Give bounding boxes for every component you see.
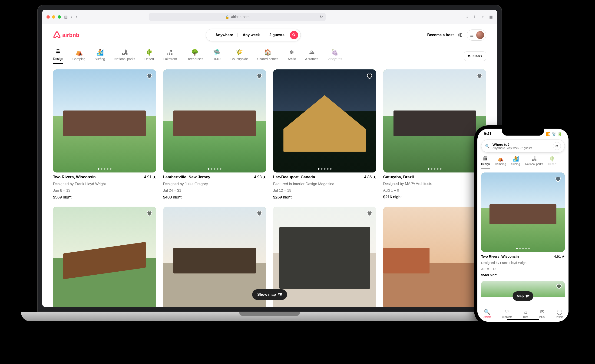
- category-shared-homes[interactable]: 🏠Shared homes: [257, 49, 278, 64]
- sidebar-toggle-icon[interactable]: ▥: [64, 15, 68, 19]
- wishlist-heart-icon[interactable]: [146, 210, 153, 217]
- listing-image[interactable]: [383, 207, 487, 307]
- search-who[interactable]: 2 guests: [265, 33, 289, 37]
- wishlist-heart-icon[interactable]: [146, 73, 153, 80]
- back-button[interactable]: ‹: [71, 14, 72, 20]
- phone-map-button[interactable]: Map🗺: [513, 291, 533, 301]
- wishlist-heart-icon[interactable]: [256, 210, 263, 217]
- svg-point-0: [293, 34, 295, 36]
- listing-card[interactable]: [163, 207, 266, 307]
- listing-title: Two Rivers, Wisconsin: [481, 254, 519, 259]
- minimize-window-icon[interactable]: [52, 15, 55, 19]
- category-countryside[interactable]: 🌾Countryside: [231, 49, 248, 64]
- vineyard-icon: 🍇: [331, 49, 338, 55]
- category-national-parks[interactable]: 🏞National parks: [525, 156, 543, 169]
- listing-image[interactable]: [53, 207, 156, 307]
- listing-image[interactable]: [53, 69, 156, 172]
- listing-dates: Aug 1 – 8: [383, 188, 487, 192]
- home-indicator[interactable]: [507, 319, 539, 320]
- search-button[interactable]: [290, 31, 298, 39]
- wishlist-heart-icon[interactable]: [366, 210, 373, 217]
- listing-price: $269 night: [273, 195, 376, 200]
- reload-icon[interactable]: ↻: [320, 15, 323, 19]
- category-desert[interactable]: 🌵Desert: [548, 156, 556, 169]
- listing-card[interactable]: [53, 207, 156, 307]
- listing-title: Two Rivers, Wisconsin: [53, 175, 96, 180]
- wishlist-heart-icon[interactable]: [555, 283, 562, 290]
- listing-card[interactable]: [383, 207, 487, 307]
- listing-card[interactable]: Lambertville, New Jersey4.98 ★ Designed …: [163, 69, 266, 200]
- tab-explore[interactable]: 🔍Explore: [483, 309, 491, 318]
- category-a-frames[interactable]: ⛰A-frames: [305, 49, 319, 64]
- listing-title: Lac-Beauport, Canada: [273, 175, 315, 180]
- category-lakefront[interactable]: 🏖Lakefront: [163, 49, 177, 64]
- search-bar[interactable]: Anywhere Any week 2 guests: [206, 29, 301, 41]
- parks-icon: 🏞: [122, 49, 128, 55]
- user-menu[interactable]: ☰: [467, 29, 486, 41]
- close-window-icon[interactable]: [46, 15, 50, 19]
- category-treehouses[interactable]: 🌳Treehouses: [186, 49, 203, 64]
- tabs-icon[interactable]: ▣: [489, 14, 493, 19]
- listing-image[interactable]: [163, 207, 266, 307]
- tab-inbox[interactable]: ✉Inbox: [539, 309, 545, 318]
- category-camping[interactable]: ⛺Camping: [495, 156, 506, 169]
- listing-card[interactable]: Two Rivers, Wisconsin4.91 ★ Designed by …: [53, 69, 156, 200]
- carousel-dots: [208, 168, 221, 170]
- maximize-window-icon[interactable]: [58, 15, 61, 19]
- listing-card[interactable]: Lac-Beauport, Canada4.86 ★ Featured in I…: [273, 69, 376, 200]
- wishlist-heart-icon[interactable]: [555, 176, 561, 183]
- category-arctic[interactable]: ❄Arctic: [288, 49, 296, 64]
- phone-filter-button[interactable]: ⚙: [553, 142, 561, 150]
- listing-image[interactable]: [273, 69, 376, 172]
- filters-button[interactable]: ⚙ Filters: [464, 51, 486, 61]
- category-desert[interactable]: 🌵Desert: [144, 49, 154, 64]
- listing-card[interactable]: Two Rivers, Wisconsin4.91 ★ Designed by …: [481, 172, 565, 277]
- airbnb-logo[interactable]: airbnb: [53, 31, 79, 39]
- listing-card[interactable]: Catuçaba, Brazil Designed by MAPA Archit…: [383, 69, 487, 200]
- map-icon: 🗺: [526, 294, 529, 298]
- listing-image[interactable]: [163, 69, 266, 172]
- tab-trips[interactable]: ⌂Trips: [523, 309, 528, 318]
- lakefront-icon: 🏖: [167, 49, 173, 55]
- carousel-dots: [516, 248, 530, 249]
- phone-search-bar[interactable]: 🔍 Where to? Anywhere · Any week · 2 gues…: [481, 139, 565, 152]
- category-national-parks[interactable]: 🏞National parks: [114, 49, 135, 64]
- wishlist-heart-icon[interactable]: [476, 73, 483, 80]
- category-vineyards[interactable]: 🍇Vineyards: [327, 49, 342, 64]
- search-where[interactable]: Anywhere: [211, 33, 238, 37]
- category-design[interactable]: 🏛Design: [53, 48, 63, 64]
- share-icon[interactable]: ⇪: [473, 14, 476, 19]
- globe-icon[interactable]: [458, 33, 462, 37]
- category-camping[interactable]: ⛺Camping: [72, 49, 85, 64]
- status-time: 9:41: [484, 132, 491, 136]
- category-design[interactable]: 🏛Design: [481, 156, 490, 169]
- listing-image[interactable]: [273, 207, 376, 307]
- svg-line-1: [294, 35, 295, 36]
- wishlist-heart-icon[interactable]: [256, 73, 263, 80]
- listing-dates: Jun 6 – 13: [53, 188, 156, 193]
- category-surfing[interactable]: 🏄Surfing: [95, 49, 105, 64]
- phone-category-bar: 🏛Design ⛺Camping 🏄Surfing 🏞National park…: [477, 154, 568, 169]
- category-omg[interactable]: 🛸OMG!: [213, 49, 221, 64]
- listing-image[interactable]: [383, 69, 487, 172]
- wishlist-heart-icon[interactable]: [366, 73, 373, 80]
- new-tab-icon[interactable]: ＋: [481, 14, 485, 19]
- tab-wishlists[interactable]: ♡Wishlists: [502, 309, 512, 318]
- category-surfing[interactable]: 🏄Surfing: [511, 156, 520, 169]
- listing-subtitle: Designed by Jules Gregory: [163, 182, 266, 186]
- listing-card[interactable]: [273, 207, 376, 307]
- listing-rating: 4.86 ★: [364, 175, 376, 180]
- address-bar[interactable]: 🔒 airbnb.com ↻: [149, 13, 326, 21]
- carousel-dots: [428, 168, 442, 170]
- listing-subtitle: Designed by MAPA Architects: [383, 182, 487, 186]
- search-when[interactable]: Any week: [239, 33, 264, 37]
- show-map-button[interactable]: Show map 🗺: [252, 289, 287, 300]
- search-icon: 🔍: [485, 144, 490, 148]
- search-icon: [292, 33, 296, 37]
- tab-profile[interactable]: ◯Profile: [556, 309, 563, 318]
- listing-image[interactable]: [481, 172, 565, 252]
- become-host-link[interactable]: Become a host: [427, 33, 454, 37]
- forward-button[interactable]: ›: [76, 14, 78, 20]
- download-icon[interactable]: ⤓: [466, 14, 468, 19]
- listing-rating: 4.91 ★: [144, 175, 156, 180]
